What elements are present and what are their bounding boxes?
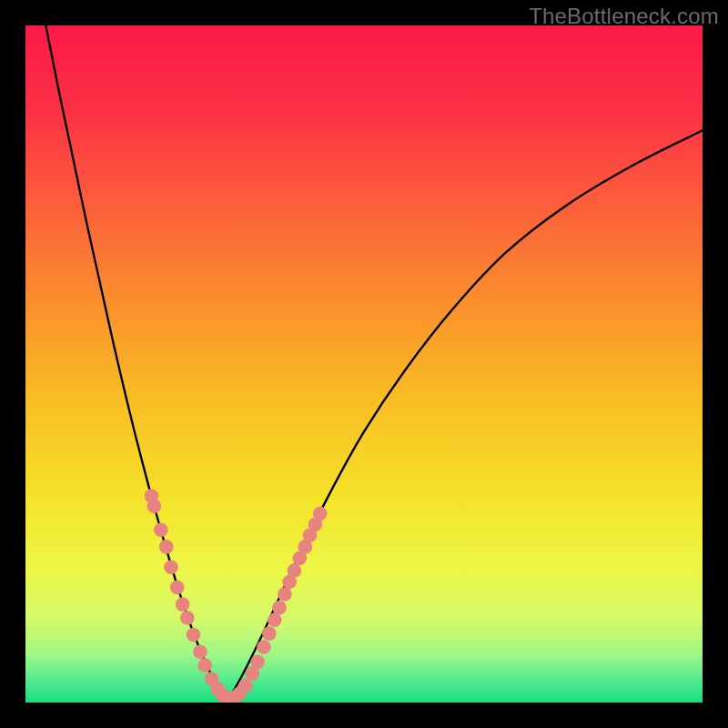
highlight-dot [164,560,178,574]
highlight-dot [272,601,287,615]
highlight-dot [288,563,302,578]
highlight-dot [250,655,265,670]
right-curve [228,130,703,699]
highlight-dot [180,611,195,625]
highlight-dot [147,499,162,513]
left-curve [46,25,228,699]
highlight-dot [193,644,207,659]
highlight-dot [187,628,201,642]
highlight-dot [159,540,174,554]
highlight-dot [262,626,277,641]
highlight-dot [313,507,328,521]
highlight-dots [145,489,328,703]
watermark-text: TheBottleneck.com [529,4,719,29]
highlight-dot [197,658,212,672]
highlight-dot [154,522,168,537]
highlight-dot [257,640,271,654]
plot-area [25,25,703,703]
highlight-dot [170,581,185,595]
highlight-dot [278,587,292,602]
chart-svg [25,25,703,703]
highlight-dot [176,597,190,612]
highlight-dot [268,612,282,627]
chart-frame: TheBottleneck.com [0,0,728,728]
highlight-dot [238,679,253,693]
